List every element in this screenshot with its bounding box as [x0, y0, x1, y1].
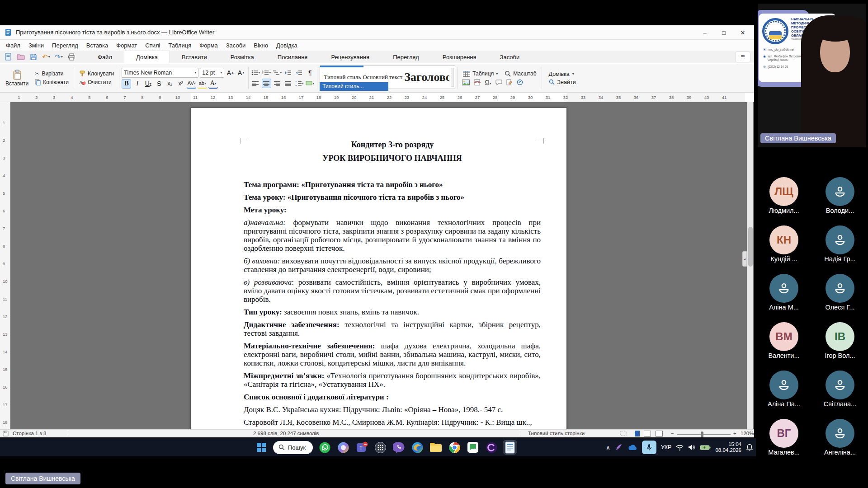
language-indicator[interactable]: УКР [661, 444, 672, 450]
zoom-percent[interactable]: 120% [741, 431, 754, 436]
participant-tile[interactable]: Аліна М... [769, 265, 799, 313]
tray-overflow-icon[interactable]: ∧ [606, 444, 610, 451]
maximize-button[interactable]: □ [714, 25, 733, 40]
wifi-icon[interactable] [676, 445, 684, 450]
zoom-out-icon[interactable]: − [671, 431, 674, 436]
tab-Перегляд[interactable]: Перегляд [381, 51, 431, 63]
menu-item-8[interactable]: Форма [195, 41, 222, 50]
participant-tile[interactable]: Володи... [826, 168, 854, 216]
paragraph[interactable]: Тема уроку: «Приготування пісочного тіст… [244, 193, 541, 202]
paragraph[interactable]: Матеріально-технічне забезпечення: шафа … [244, 342, 541, 367]
page-count[interactable]: Сторінка 1 з 8 [13, 431, 46, 436]
horizontal-ruler[interactable]: 1234567891011121314151617181920212223242… [11, 93, 745, 102]
viber-taskbar-icon[interactable] [392, 441, 406, 454]
hyperlink-icon[interactable] [517, 79, 523, 85]
zoom-slider-thumb[interactable] [701, 432, 703, 437]
participant-tile[interactable]: ВГМагалев... [768, 410, 800, 458]
menu-item-4[interactable]: Вставка [82, 41, 112, 50]
scrollbar-thumb[interactable] [748, 227, 753, 267]
teams-taskbar-icon[interactable]: T [355, 441, 368, 454]
undo-icon[interactable]: ↶▾ [42, 52, 51, 61]
participant-tile[interactable]: ВМВаленти... [768, 313, 799, 361]
find-button[interactable]: Знайти [549, 79, 576, 85]
paragraph[interactable]: Мета уроку: [244, 206, 541, 214]
paste-button[interactable]: Вставити [2, 69, 32, 88]
writer-taskbar-icon[interactable] [503, 441, 517, 454]
paragraph[interactable]: Кондитер 3-го розряду [244, 141, 541, 149]
view-single-page-icon[interactable] [635, 431, 641, 436]
paragraph[interactable]: Тема програми: «Приготування тіста та ви… [244, 180, 541, 189]
copilot-taskbar-icon[interactable] [336, 441, 350, 454]
paragraph[interactable]: Тип уроку: засвоєння нових знань, вмінь … [244, 308, 541, 316]
style-gallery-scrollbar[interactable] [451, 68, 454, 87]
tab-Засоби[interactable]: Засоби [488, 51, 532, 63]
taskbar-clock[interactable]: 15:04 08.04.2026 [715, 441, 741, 453]
tab-Посилання[interactable]: Посилання [266, 51, 320, 63]
menu-item-9[interactable]: Засоби [222, 41, 250, 50]
clear-formatting-button[interactable]: A Очистити [76, 79, 117, 86]
bullet-list-icon[interactable]: ▾ [251, 68, 260, 77]
selection-mode-icon[interactable] [620, 431, 627, 436]
menu-item-2[interactable]: Зміни [24, 41, 48, 50]
print-icon[interactable] [67, 52, 76, 61]
insert-comment-icon[interactable] [495, 80, 502, 85]
font-size-combobox[interactable]: 12 pt▾ [200, 68, 224, 78]
paragraph[interactable]: а)навчальна: формувати навички щодо вико… [244, 218, 541, 253]
menu-item-6[interactable]: Стилі [141, 41, 164, 50]
zoom-button[interactable]: Масштаб [502, 70, 539, 77]
insert-image-icon[interactable] [462, 80, 470, 85]
vertical-scrollbar[interactable] [747, 102, 753, 429]
style-item-heading[interactable]: Заголовок [404, 70, 449, 84]
participant-tile[interactable]: ЛЩЛюдмил... [769, 168, 799, 216]
view-book-icon[interactable] [656, 431, 664, 436]
underline-button[interactable]: U▾ [143, 79, 153, 89]
outline-list-icon[interactable]: ▾ [273, 68, 282, 77]
menu-item-10[interactable]: Вікно [250, 41, 272, 50]
formatting-marks-icon[interactable]: ¶ [305, 68, 315, 77]
character-spacing-icon[interactable]: AV▾ [187, 79, 196, 89]
paragraph[interactable]: Доцяк В.С. Українська кухня: Підручник: … [244, 405, 541, 414]
page-break-icon[interactable] [474, 79, 481, 85]
vertical-ruler[interactable]: 123456789101112131415161718 [0, 102, 10, 429]
context-selector[interactable]: Домівка▾ [549, 71, 576, 77]
tab-Вставити[interactable]: Вставити [170, 51, 219, 63]
microphone-button[interactable] [642, 441, 656, 454]
copy-button[interactable]: Копіювати [32, 79, 71, 86]
paragraph-background-icon[interactable]: ▾ [305, 79, 315, 88]
save-icon[interactable] [29, 52, 38, 61]
increase-font-icon[interactable]: A▲ [226, 68, 235, 77]
paragraph[interactable]: Дидактичне забезпечення: технологічні та… [244, 320, 541, 338]
increase-indent-icon[interactable] [283, 68, 293, 77]
page-style[interactable]: Типовий стиль сторінки [528, 431, 585, 436]
sidebar-deck-toggle[interactable]: ◂ [742, 251, 747, 267]
font-name-combobox[interactable]: Times New Roman▾ [122, 68, 198, 78]
minimize-button[interactable]: – [695, 25, 714, 40]
special-character-icon[interactable]: Ω▾ [485, 79, 491, 86]
participant-tile[interactable]: Аліна Па... [768, 361, 800, 410]
participant-tile[interactable]: ІВІгор Вол... [825, 313, 855, 361]
whatsapp-taskbar-icon[interactable] [318, 441, 331, 454]
presenter-video-tile[interactable]: НАВЧАЛЬНО-МЕТОДИЧНИЙ ЦЕНТР ПРОФЕСІЙНО-ТЕ… [758, 4, 866, 147]
paragraph[interactable]: Старовойт Л.Я, Косовенко М.С., Смирнова … [244, 418, 541, 427]
menu-item-11[interactable]: Довідка [272, 41, 302, 50]
clone-formatting-button[interactable]: Клонувати [76, 70, 117, 77]
participant-tile[interactable]: Олеся Г... [826, 265, 855, 313]
align-left-icon[interactable] [251, 79, 260, 88]
redo-icon[interactable]: ↷▾ [54, 52, 63, 61]
numbered-list-icon[interactable]: 12▾ [262, 68, 271, 77]
paragraph[interactable]: в) розвиваюча: розвивати самостійність, … [244, 278, 541, 304]
tab-Рецензування[interactable]: Рецензування [319, 51, 381, 63]
zoom-in-icon[interactable]: + [733, 431, 736, 436]
participant-tile[interactable]: Ангеліна... [824, 410, 856, 458]
menu-item-5[interactable]: Формат [112, 41, 141, 50]
paragraph[interactable]: б) виховна: виховувати почуття відповіда… [244, 257, 541, 274]
taskbar-search[interactable]: Пошук [273, 441, 313, 454]
zoom-slider[interactable] [677, 431, 731, 437]
tab-Домівка[interactable]: Домівка [124, 51, 170, 63]
clipchamp-taskbar-icon[interactable] [485, 441, 498, 454]
battery-icon[interactable] [700, 445, 711, 450]
pen-app-icon[interactable] [615, 443, 623, 451]
tab-Розширення[interactable]: Розширення [431, 51, 488, 63]
line-spacing-icon[interactable]: ▾ [294, 79, 304, 88]
onedrive-icon[interactable] [627, 444, 637, 451]
